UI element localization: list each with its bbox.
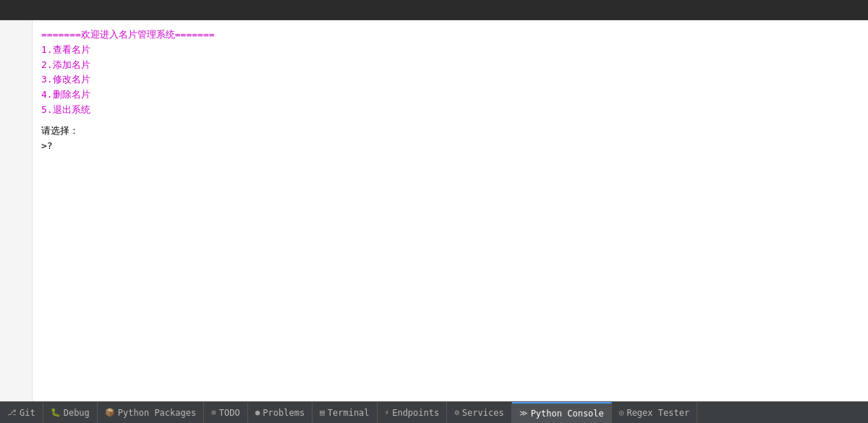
git-icon: ⎇ — [7, 408, 17, 417]
terminal-label: Terminal — [328, 408, 370, 418]
console-line: >? — [41, 139, 859, 154]
tab-services[interactable]: ⚙Services — [447, 402, 511, 423]
console-line: 请选择： — [41, 124, 859, 139]
debug-icon: 🐛 — [51, 408, 61, 417]
bottom-bar: ⎇Git🐛Debug📦Python Packages≡TODO●Problems… — [0, 401, 868, 423]
regex-tester-icon: ◎ — [619, 408, 624, 417]
python-packages-icon: 📦 — [105, 408, 115, 417]
tab-debug[interactable]: 🐛Debug — [43, 402, 98, 423]
python-packages-label: Python Packages — [118, 408, 196, 418]
tab-problems[interactable]: ●Problems — [248, 402, 312, 423]
endpoints-icon: ⚡ — [385, 408, 390, 417]
console-line: 2.添加名片 — [41, 58, 859, 73]
terminal-icon: ▤ — [320, 408, 325, 417]
tab-python-console[interactable]: ≫Python Console — [512, 402, 612, 423]
services-label: Services — [462, 408, 504, 418]
console-line: =======欢迎进入名片管理系统======= — [41, 27, 859, 43]
regex-tester-label: Regex Tester — [626, 408, 689, 418]
run-icon[interactable] — [17, 4, 30, 17]
console-output[interactable]: =======欢迎进入名片管理系统=======1.查看名片2.添加名片3.修改… — [33, 20, 868, 401]
python-console-label: Python Console — [531, 409, 604, 419]
tab-todo[interactable]: ≡TODO — [204, 402, 248, 423]
console-line: 4.删除名片 — [41, 87, 859, 103]
todo-icon: ≡ — [211, 408, 216, 417]
problems-label: Problems — [263, 408, 305, 418]
tab-regex-tester[interactable]: ◎Regex Tester — [612, 402, 697, 423]
main-content: =======欢迎进入名片管理系统=======1.查看名片2.添加名片3.修改… — [0, 20, 868, 401]
console-line: 1.查看名片 — [41, 43, 859, 58]
services-icon: ⚙ — [454, 408, 459, 417]
endpoints-label: Endpoints — [392, 408, 439, 418]
debug-label: Debug — [64, 408, 90, 418]
add-tab-button[interactable] — [4, 4, 17, 17]
todo-label: TODO — [219, 408, 240, 418]
python-console-icon: ≫ — [519, 409, 528, 418]
left-gutter — [0, 20, 33, 401]
tab-terminal[interactable]: ▤Terminal — [312, 402, 377, 423]
git-label: Git — [20, 408, 35, 418]
tab-endpoints[interactable]: ⚡Endpoints — [378, 402, 448, 423]
problems-icon: ● — [255, 408, 260, 417]
tab-git[interactable]: ⎇Git — [0, 402, 43, 423]
console-spacer — [41, 118, 859, 124]
top-bar — [0, 0, 868, 20]
tab-python-packages[interactable]: 📦Python Packages — [98, 402, 204, 423]
console-line: 3.修改名片 — [41, 72, 859, 87]
console-line: 5.退出系统 — [41, 103, 859, 118]
